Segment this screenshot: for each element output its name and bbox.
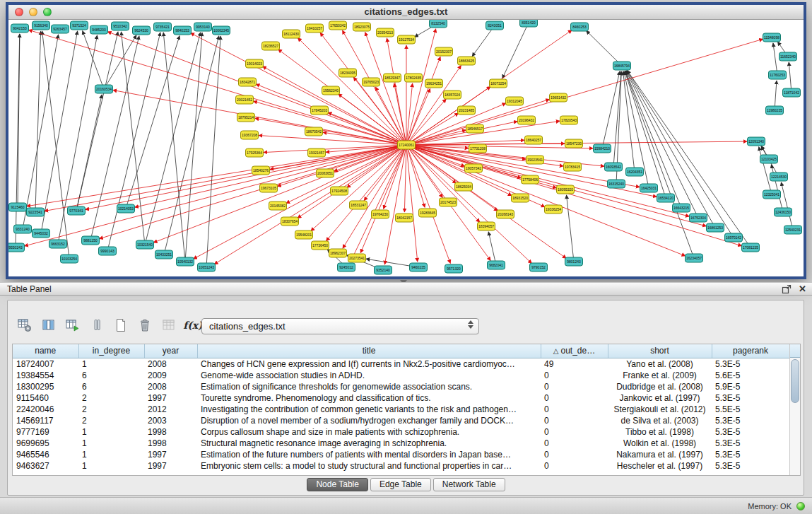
column-header-year[interactable]: year [144,344,197,358]
network-graph[interactable]: 1724006118236527190140231834287120021452… [8,20,804,276]
network-node[interactable]: 9445032 [33,229,50,238]
network-node[interactable]: 17845203 [311,106,329,115]
network-node[interactable]: 19651432 [550,93,567,102]
network-node[interactable]: 9115460 [9,203,27,211]
network-edge[interactable] [602,71,620,148]
network-node[interactable]: 9263457 [52,25,69,33]
column-header-short[interactable]: short [608,344,712,358]
network-node[interactable]: 11652340 [779,52,797,61]
network-node[interactable]: 18236527 [262,42,280,50]
network-node[interactable]: 18042157 [396,214,413,222]
network-edge[interactable] [254,101,406,145]
network-node[interactable]: 12103425 [760,155,778,163]
column-settings-icon[interactable] [16,316,34,334]
network-node[interactable]: 19312045 [506,97,524,105]
network-edge[interactable] [99,145,406,239]
network-node[interactable]: 9485203 [90,25,108,34]
network-edge[interactable] [113,90,406,145]
network-node[interactable]: 9770341 [68,206,86,215]
network-edge[interactable] [206,36,220,267]
network-edge[interactable] [25,145,406,246]
minimize-window-button[interactable] [29,8,37,16]
network-node[interactable]: 17736450 [312,241,329,250]
import-table-icon[interactable] [160,316,178,334]
network-node[interactable]: 8132540 [430,20,447,28]
table-row[interactable]: 946362711997Embryonic stem cells: a mode… [13,460,789,472]
network-edge[interactable] [628,71,751,247]
network-node[interactable]: 18357024 [444,90,461,99]
network-node[interactable]: 19023541 [526,156,544,164]
network-node[interactable]: 20273541 [348,254,366,262]
network-node[interactable]: 19014023 [246,59,264,68]
network-node[interactable]: 18342871 [239,78,257,86]
table-row[interactable]: 1830029562008Estimation of significance … [13,381,789,392]
network-edge[interactable] [145,33,201,245]
network-node[interactable]: 19634251 [425,79,443,88]
network-node[interactable]: 12214530 [770,173,788,181]
network-node[interactable]: 18394057 [478,222,495,230]
network-node[interactable]: 9371524 [71,21,88,30]
network-node[interactable]: 16315240 [608,180,625,188]
network-node[interactable]: 18112430 [283,30,300,38]
network-node[interactable]: 18307654 [281,217,299,226]
network-edge[interactable] [76,32,118,211]
network-edge[interactable] [277,145,406,187]
network-node[interactable]: 18095320 [557,185,575,194]
network-edge[interactable] [613,71,621,167]
network-edge[interactable] [627,71,734,238]
network-node[interactable]: 16752304 [690,214,707,222]
network-node[interactable]: 19057342 [465,164,483,173]
network-node[interactable]: 10062345 [213,26,230,35]
network-node[interactable]: 19764230 [372,210,389,218]
network-edge[interactable] [153,145,406,243]
function-builder-icon[interactable]: f(x) [184,316,202,334]
network-node[interactable]: 20196432 [518,116,536,124]
network-edge[interactable] [759,147,772,194]
network-node[interactable]: 17081235 [742,243,760,252]
network-edge[interactable] [771,165,783,212]
network-edge[interactable] [472,25,495,57]
column-header-title[interactable]: title [197,344,541,358]
network-node[interactable]: 19283645 [419,209,437,217]
network-edge[interactable] [35,31,41,212]
table-source-dropdown[interactable]: citations_edges.txt [201,318,479,334]
network-node[interactable]: 20160534 [95,85,113,93]
network-edge[interactable] [163,33,185,262]
network-node[interactable]: 11760253 [769,71,787,79]
column-header-name[interactable]: name [13,344,78,358]
network-node[interactable]: 9735421 [154,23,172,31]
network-edge[interactable] [773,43,777,75]
network-edge[interactable] [502,23,529,78]
close-panel-icon[interactable]: ✕ [799,284,806,295]
table-row[interactable]: 946554611997Estimation of the future num… [13,449,789,460]
network-node[interactable]: 20145382 [269,201,287,210]
network-node[interactable]: 9881250 [82,236,100,245]
network-node[interactable]: 9840253 [174,26,192,35]
network-node[interactable]: 8351420 [520,20,538,27]
network-node[interactable]: 16204351 [626,168,644,176]
network-edge[interactable] [107,32,406,145]
network-edge[interactable] [164,36,219,255]
network-node[interactable]: 12540231 [784,226,802,234]
network-node[interactable]: 16970142 [725,233,743,242]
network-node[interactable]: 18625034 [455,182,473,191]
network-edge[interactable] [104,35,136,89]
network-node[interactable]: 9156340 [33,21,50,30]
network-node[interactable]: 11980235 [766,106,784,115]
network-node[interactable]: 19783415 [564,163,582,171]
network-node[interactable]: 10651243 [198,263,216,271]
float-panel-icon[interactable] [782,284,792,294]
table-row[interactable]: 969969511998Structural magnetic resonanc… [13,438,789,449]
network-node[interactable]: 18946517 [466,124,484,133]
table-row[interactable]: 911546021997Tourette syndrome. Phenomeno… [13,392,789,404]
add-row-icon[interactable] [88,316,106,334]
network-edge[interactable] [394,83,406,145]
network-node[interactable]: 16234057 [686,254,703,262]
network-node[interactable]: 20268143 [497,210,514,218]
network-node[interactable]: 10433251 [155,250,173,259]
network-node[interactable]: 9245012 [338,263,355,271]
network-node[interactable]: 9352140 [375,266,392,274]
network-node[interactable]: 17802435 [405,74,423,82]
network-node[interactable]: 20021452 [236,95,254,104]
network-node[interactable]: 9550243 [8,243,25,252]
